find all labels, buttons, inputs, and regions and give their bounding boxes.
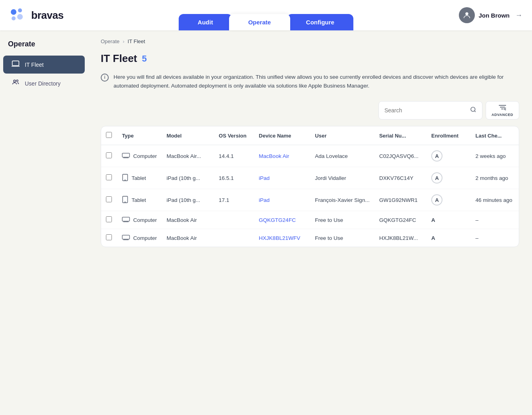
tab-audit[interactable]: Audit <box>179 14 232 30</box>
header: bravas Audit Operate Configure Jon Brown… <box>0 0 532 30</box>
breadcrumb: Operate › IT Fleet <box>101 38 519 44</box>
info-banner: i Here you will find all devices availab… <box>101 73 519 90</box>
row-enrollment: A <box>426 229 470 247</box>
row-model: iPad (10th g... <box>162 167 214 189</box>
col-serial[interactable]: Serial Nu... <box>375 126 426 145</box>
user-profile[interactable]: Jon Brown → <box>459 7 523 23</box>
row-device-name[interactable]: HXJK8BL21WFV <box>254 229 310 247</box>
row-checkbox-cell <box>101 189 117 211</box>
laptop-icon <box>11 60 20 70</box>
row-checkbox[interactable] <box>106 216 112 222</box>
row-last-check: 46 minutes ago <box>471 189 519 211</box>
select-all-header <box>101 126 117 145</box>
sidebar-item-user-directory[interactable]: User Directory <box>3 74 85 92</box>
table-row: Computer MacBook Air HXJK8BL21WFV Free t… <box>101 229 519 247</box>
search-row: ADVANCED <box>101 101 519 120</box>
row-last-check: 2 weeks ago <box>471 145 519 167</box>
row-serial: DXKV76C14Y <box>375 167 426 189</box>
row-user: Jordi Vidaller <box>310 167 375 189</box>
col-user[interactable]: User <box>310 126 375 145</box>
main-content: Operate › IT Fleet IT Fleet 5 i Here you… <box>88 30 532 415</box>
svg-rect-5 <box>12 61 19 66</box>
row-user: Ada Lovelace <box>310 145 375 167</box>
row-os: 14.4.1 <box>214 145 254 167</box>
table-row: Tablet iPad (10th g... 17.1 iPad Françoi… <box>101 189 519 211</box>
svg-point-2 <box>12 16 16 20</box>
col-model[interactable]: Model <box>162 126 214 145</box>
svg-point-8 <box>471 107 475 112</box>
row-os: 16.5.1 <box>214 167 254 189</box>
row-serial: HXJK8BL21W... <box>375 229 426 247</box>
select-all-checkbox[interactable] <box>106 132 112 138</box>
svg-point-4 <box>465 12 468 15</box>
search-input[interactable] <box>385 107 467 114</box>
col-os[interactable]: OS Version <box>214 126 254 145</box>
info-text: Here you will find all devices available… <box>114 73 519 90</box>
row-enrollment: A <box>426 167 470 189</box>
page-title-row: IT Fleet 5 <box>101 52 519 65</box>
row-checkbox-cell <box>101 211 117 229</box>
svg-point-7 <box>16 80 18 82</box>
table-row: Tablet iPad (10th g... 16.5.1 iPad Jordi… <box>101 167 519 189</box>
row-checkbox-cell <box>101 229 117 247</box>
row-checkbox[interactable] <box>106 196 112 202</box>
laptop-icon <box>122 153 130 160</box>
row-checkbox-cell <box>101 145 117 167</box>
page-title: IT Fleet <box>101 52 137 65</box>
sidebar-item-label-it-fleet: IT Fleet <box>25 62 44 68</box>
advanced-search-icon <box>499 104 506 112</box>
sidebar-item-it-fleet[interactable]: IT Fleet <box>3 56 85 74</box>
table-header-row: Type Model OS Version Device Name User S… <box>101 126 519 145</box>
table-row: Computer MacBook Air GQKGTG24FC Free to … <box>101 211 519 229</box>
row-device-name[interactable]: GQKGTG24FC <box>254 211 310 229</box>
advanced-search-button[interactable]: ADVANCED <box>486 101 519 120</box>
user-name: Jon Brown <box>479 12 510 19</box>
tab-operate[interactable]: Operate <box>229 14 290 30</box>
col-type[interactable]: Type <box>117 126 162 145</box>
info-icon: i <box>101 74 109 82</box>
row-device-name[interactable]: iPad <box>254 167 310 189</box>
svg-line-9 <box>474 111 476 112</box>
sidebar: Operate IT Fleet User Directory <box>0 30 88 415</box>
svg-point-6 <box>14 80 16 82</box>
users-icon <box>11 78 20 88</box>
svg-point-1 <box>18 8 22 12</box>
device-table: Type Model OS Version Device Name User S… <box>101 126 519 247</box>
sidebar-item-label-user-directory: User Directory <box>25 80 60 87</box>
laptop-icon <box>122 217 130 223</box>
laptop-icon <box>122 235 130 241</box>
breadcrumb-separator: › <box>123 38 124 44</box>
search-box <box>379 101 482 120</box>
enrollment-badge: A <box>431 194 442 206</box>
page-count: 5 <box>142 54 147 64</box>
svg-rect-16 <box>122 153 130 157</box>
svg-point-0 <box>11 9 16 15</box>
col-last-check[interactable]: Last Che... <box>471 126 519 145</box>
row-checkbox[interactable] <box>106 234 112 240</box>
breadcrumb-parent: Operate <box>101 38 120 44</box>
logo-icon <box>10 6 27 24</box>
col-device-name[interactable]: Device Name <box>254 126 310 145</box>
row-checkbox-cell <box>101 167 117 189</box>
enrollment-text: A <box>431 235 435 241</box>
row-os <box>214 229 254 247</box>
tab-configure[interactable]: Configure <box>287 14 354 30</box>
row-device-name[interactable]: MacBook Air <box>254 145 310 167</box>
row-user: Free to Use <box>310 211 375 229</box>
row-type: Computer <box>117 211 162 229</box>
row-enrollment: A <box>426 145 470 167</box>
logout-icon[interactable]: → <box>515 11 522 20</box>
svg-rect-22 <box>122 217 130 221</box>
tablet-icon <box>122 174 128 182</box>
row-user: Free to Use <box>310 229 375 247</box>
col-enrollment[interactable]: Enrollment <box>426 126 470 145</box>
search-icon[interactable] <box>470 106 476 114</box>
row-checkbox[interactable] <box>106 152 112 158</box>
row-checkbox[interactable] <box>106 174 112 180</box>
row-serial: GQKGTG24FC <box>375 211 426 229</box>
row-device-name[interactable]: iPad <box>254 189 310 211</box>
breadcrumb-current: IT Fleet <box>128 38 145 44</box>
row-type: Tablet <box>117 167 162 189</box>
row-model: MacBook Air <box>162 229 214 247</box>
row-model: MacBook Air <box>162 211 214 229</box>
